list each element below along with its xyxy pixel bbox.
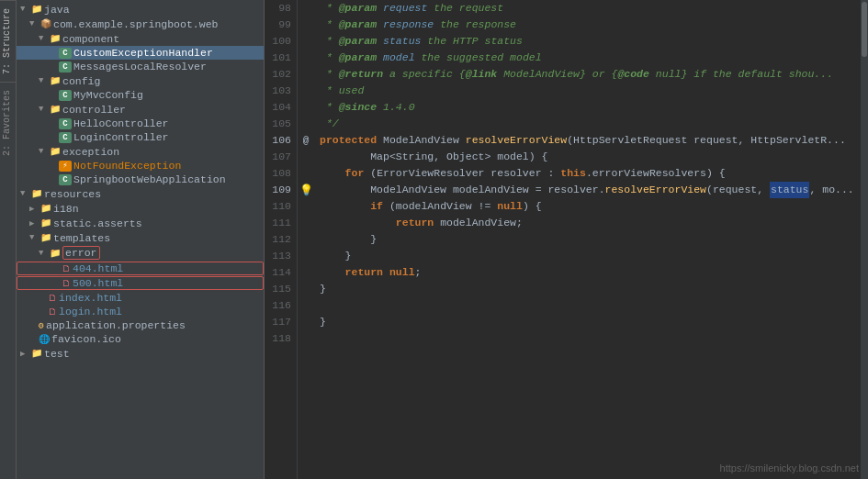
tree-item-favicon-ico[interactable]: 🌐 favicon.ico bbox=[17, 332, 264, 346]
ln-113: 113 bbox=[265, 248, 291, 264]
tree-item-500html[interactable]: 🗋 500.html bbox=[17, 276, 264, 290]
tree-item-java[interactable]: ▼ 📁 java bbox=[17, 2, 264, 17]
gutter: @ 💡 bbox=[298, 0, 314, 479]
ln-103: 103 bbox=[265, 83, 291, 99]
code-line-103: * used bbox=[320, 83, 861, 99]
ln-116: 116 bbox=[265, 297, 291, 314]
tree-item-CustomExceptionHandler[interactable]: C CustomExceptionHandler bbox=[17, 46, 264, 60]
tree-item-LoginController[interactable]: C LoginController bbox=[17, 130, 264, 144]
tree-item-error-folder[interactable]: ▼ 📁 error bbox=[17, 245, 264, 261]
tree-item-config[interactable]: ▼ 📁 config bbox=[17, 73, 264, 88]
code-line-101: * @param model the suggested model bbox=[320, 50, 861, 66]
tree-item-templates[interactable]: ▼ 📁 templates bbox=[17, 230, 264, 245]
tree-item-MessagesLocalResolver[interactable]: C MessagesLocalResolver bbox=[17, 60, 264, 73]
tree-item-component[interactable]: ▼ 📁 component bbox=[17, 31, 264, 46]
code-line-118 bbox=[320, 330, 861, 347]
tree-item-NotFoundException[interactable]: ⚡ NotFoundException bbox=[17, 159, 264, 173]
code-line-109: ModelAndView modelAndView = resolver.res… bbox=[320, 182, 861, 198]
code-line-108: for (ErrorViewResolver resolver : this.e… bbox=[320, 165, 861, 182]
ln-109: 109 bbox=[265, 182, 291, 198]
ln-101: 101 bbox=[265, 50, 291, 66]
tree-item-index-html[interactable]: 🗋 index.html bbox=[17, 291, 264, 305]
favorites-tab[interactable]: 2: Favorites bbox=[0, 82, 16, 163]
file-tree: ▼ 📁 java ▼ 📦 com.example.springboot.web … bbox=[17, 0, 265, 479]
code-line-113: } bbox=[320, 248, 861, 264]
code-line-110: if (modelAndView != null) { bbox=[320, 198, 861, 215]
ln-107: 107 bbox=[265, 149, 291, 165]
ln-115: 115 bbox=[265, 281, 291, 297]
code-line-117: } bbox=[320, 314, 861, 330]
tree-item-application-properties[interactable]: ⚙ application.properties bbox=[17, 318, 264, 332]
ln-112: 112 bbox=[265, 231, 291, 248]
ln-106: 106 bbox=[265, 132, 291, 149]
code-panel: 98 99 100 101 102 103 104 105 106 107 10… bbox=[265, 0, 868, 479]
tree-item-MyMvcConfig[interactable]: C MyMvcConfig bbox=[17, 88, 264, 102]
side-tabs: 7: Structure 2: Favorites bbox=[0, 0, 17, 479]
tree-item-HelloController[interactable]: C HelloController bbox=[17, 117, 264, 130]
tree-item-controller[interactable]: ▼ 📁 controller bbox=[17, 102, 264, 117]
code-line-100: * @param status the HTTP status bbox=[320, 33, 861, 50]
ln-102: 102 bbox=[265, 66, 291, 83]
tree-item-web[interactable]: ▼ 📦 com.example.springboot.web bbox=[17, 17, 264, 31]
ln-108: 108 bbox=[265, 165, 291, 182]
code-line-116 bbox=[320, 297, 861, 314]
ln-114: 114 bbox=[265, 264, 291, 281]
annotation-marker: @ bbox=[303, 135, 310, 146]
ln-99: 99 bbox=[265, 17, 291, 33]
tree-item-exception[interactable]: ▼ 📁 exception bbox=[17, 144, 264, 159]
code-line-102: * @return a specific {@link ModelAndView… bbox=[320, 66, 861, 83]
code-line-115: } bbox=[320, 281, 861, 297]
code-line-98: * @param request the request bbox=[320, 0, 861, 17]
structure-tab[interactable]: 7: Structure bbox=[0, 0, 16, 82]
vertical-scrollbar[interactable] bbox=[861, 0, 868, 479]
tree-item-resources[interactable]: ▼ 📁 resources bbox=[17, 186, 264, 201]
tree-item-static-asserts[interactable]: ▶ 📁 static.asserts bbox=[17, 216, 264, 230]
code-line-112: } bbox=[320, 231, 861, 248]
ln-105: 105 bbox=[265, 116, 291, 132]
bulb-marker[interactable]: 💡 bbox=[299, 184, 313, 197]
ln-118: 118 bbox=[265, 330, 291, 347]
code-editor[interactable]: * @param request the request * @param re… bbox=[314, 0, 861, 479]
ln-104: 104 bbox=[265, 99, 291, 116]
highlighted-status: status bbox=[770, 182, 809, 198]
code-line-111: return modelAndView; bbox=[320, 215, 861, 231]
code-line-104: * @since 1.4.0 bbox=[320, 99, 861, 116]
code-line-114: return null; bbox=[320, 264, 861, 281]
ln-111: 111 bbox=[265, 215, 291, 231]
ln-110: 110 bbox=[265, 198, 291, 215]
watermark: https://smilenicky.blog.csdn.net bbox=[720, 462, 859, 473]
tree-item-404html[interactable]: 🗋 404.html bbox=[17, 262, 264, 275]
tree-item-test[interactable]: ▶ 📁 test bbox=[17, 346, 264, 361]
code-line-107: Map<String, Object> model) { bbox=[320, 149, 861, 165]
code-line-99: * @param response the response bbox=[320, 17, 861, 33]
tree-item-SpringbootWebApplication[interactable]: C SpringbootWebApplication bbox=[17, 173, 264, 186]
line-numbers: 98 99 100 101 102 103 104 105 106 107 10… bbox=[265, 0, 298, 479]
ln-117: 117 bbox=[265, 314, 291, 330]
ln-98: 98 bbox=[265, 0, 291, 17]
tree-item-login-html[interactable]: 🗋 login.html bbox=[17, 305, 264, 318]
ln-100: 100 bbox=[265, 33, 291, 50]
code-line-105: */ bbox=[320, 116, 861, 132]
tree-item-i18n[interactable]: ▶ 📁 i18n bbox=[17, 201, 264, 216]
code-line-106: protected ModelAndView resolveErrorView(… bbox=[320, 132, 861, 149]
